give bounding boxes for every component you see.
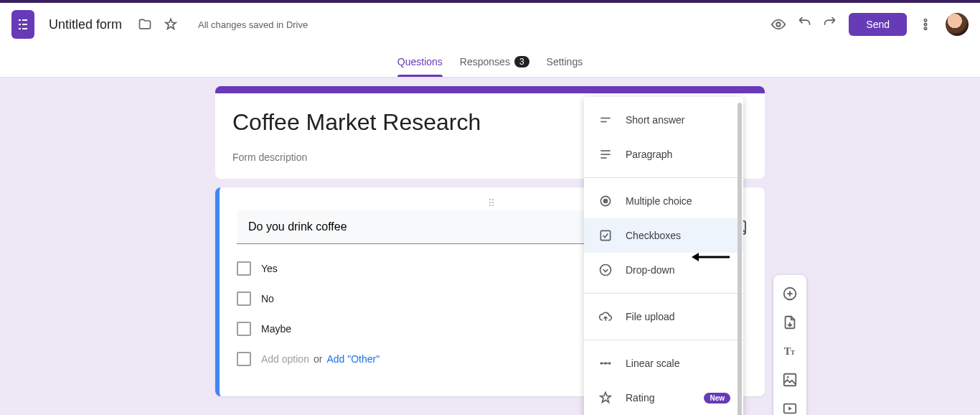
save-status: All changes saved in Drive [198,19,308,30]
add-option-placeholder[interactable]: Add option [261,353,309,365]
add-image-button[interactable] [777,367,803,393]
tab-questions[interactable]: Questions [397,46,443,77]
svg-point-6 [777,22,781,27]
svg-point-8 [924,23,926,25]
move-to-folder-icon[interactable] [132,11,158,37]
dropdown-item-multiple-choice[interactable]: Multiple choice [584,184,743,218]
checkbox-icon [237,292,251,306]
svg-point-50 [787,376,789,378]
dropdown-divider [584,293,743,294]
dropdown-item-linear-scale[interactable]: Linear scale [584,346,743,381]
form-name[interactable]: Untitled form [49,17,122,32]
or-text: or [314,353,322,365]
svg-text:T: T [791,349,795,356]
option-label[interactable]: Yes [261,263,278,274]
dropdown-item-paragraph[interactable]: Paragraph [584,137,743,172]
svg-rect-24 [601,363,610,364]
add-other-button[interactable]: Add "Other" [326,353,380,365]
more-icon[interactable] [913,11,938,37]
forms-logo-icon[interactable] [11,10,34,39]
svg-rect-49 [784,374,796,386]
svg-rect-0 [19,19,21,21]
svg-rect-1 [22,19,27,21]
svg-point-7 [924,19,926,22]
dropdown-divider [584,340,743,340]
chevron-circle-icon [597,261,614,279]
checkbox-icon [237,352,251,366]
linear-scale-icon [597,355,614,372]
svg-rect-5 [22,28,27,29]
header: Untitled form All changes saved in Drive… [0,3,980,46]
star-icon [597,389,614,406]
option-label[interactable]: Maybe [261,323,291,335]
dropdown-item-file-upload[interactable]: File upload [584,299,743,334]
dropdown-item-rating[interactable]: Rating New [584,381,743,415]
paragraph-icon [597,146,614,163]
svg-point-9 [924,27,926,29]
new-badge: New [704,393,730,404]
question-type-dropdown: Short answer Paragraph Multiple choice C… [584,97,743,415]
option-label[interactable]: No [261,293,274,304]
short-answer-icon [597,111,614,129]
undo-icon[interactable] [791,11,817,37]
responses-badge: 3 [514,56,529,67]
svg-rect-2 [19,24,21,25]
tab-settings[interactable]: Settings [547,46,583,77]
dropdown-item-dropdown[interactable]: Drop-down [584,253,743,287]
svg-rect-19 [600,230,610,240]
send-button[interactable]: Send [849,13,907,36]
tabs: Questions Responses 3 Settings [0,46,980,78]
checkbox-icon [237,261,251,276]
star-icon[interactable] [158,11,184,37]
dropdown-item-checkboxes[interactable]: Checkboxes [584,218,743,253]
import-questions-button[interactable] [777,309,803,335]
add-video-button[interactable] [777,396,803,415]
add-title-button[interactable]: TT [777,338,803,364]
svg-rect-3 [22,24,27,25]
svg-rect-4 [19,28,21,29]
upload-icon [597,308,614,325]
side-toolbar: TT [773,275,806,415]
dropdown-item-short-answer[interactable]: Short answer [584,103,743,137]
avatar[interactable] [946,13,969,36]
checkbox-icon [237,322,251,336]
dropdown-divider [584,177,743,178]
redo-icon[interactable] [817,11,843,37]
svg-point-20 [600,265,611,276]
svg-point-18 [603,199,608,204]
checkbox-icon [597,227,614,244]
preview-icon[interactable] [765,11,791,37]
radio-icon [597,192,614,210]
tab-responses[interactable]: Responses 3 [460,46,529,77]
add-question-button[interactable] [777,281,803,307]
